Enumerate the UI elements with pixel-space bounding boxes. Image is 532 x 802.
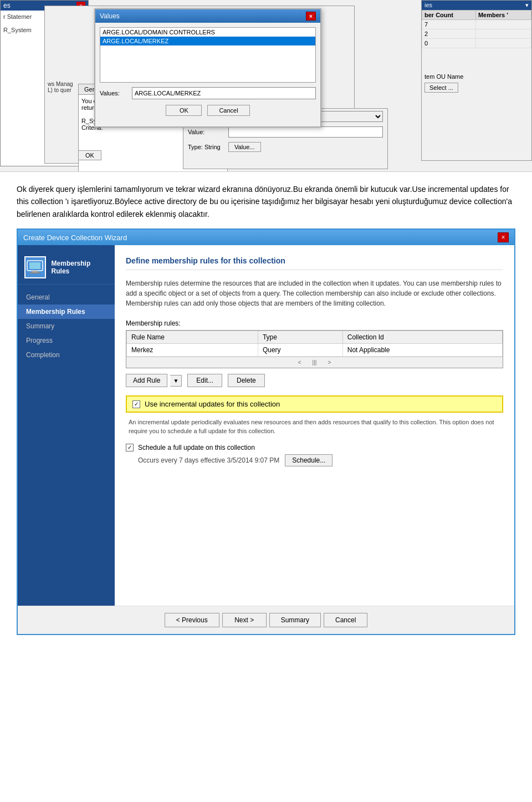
values-input[interactable] (132, 87, 316, 99)
next-button[interactable]: Next > (222, 613, 267, 627)
cell-count-3: 0 (422, 39, 476, 48)
top-section: es × r Statemer R_System General Criteri… (0, 0, 532, 172)
add-rule-label: Add Rule (133, 377, 160, 384)
wizard-body: Membership Rules General Membership Rule… (18, 245, 514, 606)
right-panel: ies ▾ ber Count Members ' 7 2 (421, 0, 532, 161)
full-update-row: ✓ Schedule a full update on this collect… (126, 444, 503, 451)
ok-button-bottom[interactable]: OK (78, 150, 101, 160)
right-panel-title: ies (424, 2, 432, 9)
nav-item-completion[interactable]: Completion (18, 348, 115, 362)
system-ou-name: tem OU Name (424, 73, 529, 80)
occurs-row: Occurs every 7 days effective 3/5/2014 9… (138, 454, 503, 466)
col-type: Type (258, 331, 342, 344)
add-rule-dropdown[interactable]: ▼ (170, 375, 182, 387)
wizard-bottom: < Previous Next > Summary Cancel (18, 606, 514, 634)
value-button[interactable]: Value... (228, 142, 261, 152)
ws-manag-text: ws Manag (48, 81, 75, 87)
membership-table-container: Rule Name Type Collection Id Merkez Quer… (126, 330, 503, 368)
right-panel-dropdown[interactable]: ▾ (525, 2, 529, 9)
membership-rules-label: Membership rules: (126, 319, 503, 327)
incremental-updates-box: ✓ Use incremental updates for this colle… (126, 395, 503, 413)
wizard-nav-title: Membership Rules (52, 260, 108, 275)
cell-collection-id: Not Applicable (342, 344, 502, 357)
svg-rect-1 (29, 262, 40, 269)
col-ber-count: ber Count (422, 11, 476, 20)
wizard-section: Create Device Collection Wizard × Member… (17, 229, 515, 635)
ws-query-text: L) to quer (48, 87, 75, 93)
wizard-content-title: Define membership rules for this collect… (126, 256, 503, 270)
values-dialog-title: Values (100, 12, 120, 20)
value-label: Value: (188, 129, 224, 135)
text-section: Ok diyerek query işlemlerini tamamlıyoru… (0, 172, 532, 229)
col-collection-id: Collection Id (342, 331, 502, 344)
cancel-button[interactable]: Cancel (207, 105, 249, 116)
incremental-label: Use incremental updates for this collect… (145, 400, 280, 408)
membership-table: Rule Name Type Collection Id Merkez Quer… (126, 331, 503, 357)
svg-rect-2 (32, 271, 38, 272)
table-row: 7 (422, 20, 531, 29)
cell-members-1 (475, 20, 531, 29)
nav-item-membership-rules[interactable]: Membership Rules (18, 304, 115, 319)
wizard-title-bar: Create Device Collection Wizard × (18, 230, 514, 245)
query-bottom-right: tem OU Name Select ... (422, 70, 531, 95)
cell-count-2: 2 (422, 29, 476, 39)
schedule-button[interactable]: Schedule... (285, 454, 332, 466)
wizard-description: Membership rules determine the resources… (126, 278, 503, 308)
wizard-close-button[interactable]: × (498, 232, 509, 242)
bg-left-title-text: es (3, 2, 11, 9)
nav-item-summary[interactable]: Summary (18, 319, 115, 333)
incremental-description: An incremental update periodically evalu… (126, 418, 503, 435)
values-buttons: OK Cancel (101, 105, 315, 116)
full-update-label: Schedule a full update on this collectio… (138, 444, 255, 451)
col-members: Members ' (475, 11, 531, 20)
cell-rule-name: Merkez (127, 344, 258, 357)
select-btn-row: Select ... (424, 83, 529, 93)
delete-button[interactable]: Delete (228, 374, 265, 387)
cell-members-2 (475, 29, 531, 39)
wizard-icon (24, 256, 46, 278)
scroll-right: > (328, 359, 331, 366)
cell-type: Query (258, 344, 342, 357)
value-input[interactable] (228, 126, 383, 138)
values-field-row: Values: (100, 87, 316, 99)
ok-button[interactable]: OK (166, 105, 202, 116)
right-panel-table: ber Count Members ' 7 2 0 (422, 10, 531, 48)
values-dialog-titlebar: Values × (95, 9, 320, 23)
paragraph-text: Ok diyerek query işlemlerini tamamlıyoru… (17, 183, 515, 220)
values-list[interactable]: ARGE.LOCAL/DOMAIN CONTROLLERS ARGE.LOCAL… (100, 27, 316, 83)
membership-table-scroll: < ||| > (126, 357, 503, 368)
wizard-main-content: Define membership rules for this collect… (115, 245, 514, 606)
scroll-middle: ||| (313, 359, 317, 366)
table-row: Merkez Query Not Applicable (127, 344, 503, 357)
add-rule-row: Add Rule ▼ Edit... Delete (126, 374, 503, 387)
left-sidebar-text: ws Manag L) to quer (45, 78, 78, 96)
full-update-checkbox[interactable]: ✓ (126, 444, 134, 451)
wizard-header-icon-area: Membership Rules (18, 251, 115, 285)
previous-button[interactable]: < Previous (165, 613, 219, 627)
values-dialog-close[interactable]: × (306, 12, 316, 21)
type-row: Type: String Value... (183, 140, 387, 154)
cell-members-3 (475, 39, 531, 48)
computer-icon (26, 258, 44, 276)
type-label: Type: String (188, 144, 224, 150)
cancel-wizard-button[interactable]: Cancel (324, 613, 367, 627)
nav-item-progress[interactable]: Progress (18, 333, 115, 348)
values-list-item-2[interactable]: ARGE.LOCAL/MERKEZ (100, 37, 315, 45)
summary-button[interactable]: Summary (269, 613, 321, 627)
svg-rect-3 (30, 272, 40, 273)
cell-count-1: 7 (422, 20, 476, 29)
wizard-nav: Membership Rules General Membership Rule… (18, 245, 115, 606)
nav-item-general[interactable]: General (18, 290, 115, 304)
values-dialog: Values × ARGE.LOCAL/DOMAIN CONTROLLERS A… (94, 8, 321, 128)
incremental-checkbox[interactable]: ✓ (132, 400, 140, 408)
values-label: Values: (100, 90, 127, 97)
add-rule-button[interactable]: Add Rule (126, 374, 167, 387)
right-panel-header: ies ▾ (422, 1, 531, 10)
values-list-item-1[interactable]: ARGE.LOCAL/DOMAIN CONTROLLERS (100, 28, 315, 37)
edit-button[interactable]: Edit... (187, 374, 222, 387)
wizard-title: Create Device Collection Wizard (23, 234, 127, 242)
col-rule-name: Rule Name (127, 331, 258, 344)
select-button[interactable]: Select ... (424, 83, 458, 93)
table-row: 2 (422, 29, 531, 39)
scroll-left: < (298, 359, 301, 366)
